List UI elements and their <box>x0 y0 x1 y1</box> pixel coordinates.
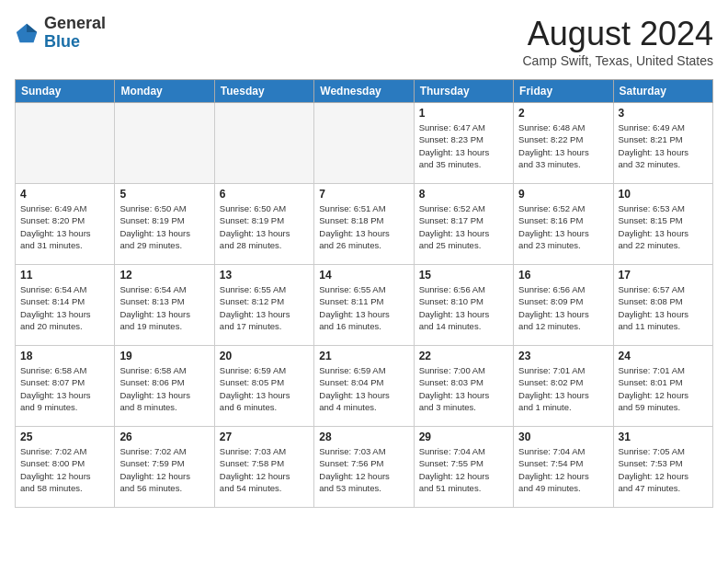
calendar-week-1: 1Sunrise: 6:47 AM Sunset: 8:23 PM Daylig… <box>16 103 713 184</box>
calendar-day: 7Sunrise: 6:51 AM Sunset: 8:18 PM Daylig… <box>314 184 414 265</box>
day-number: 31 <box>619 431 708 443</box>
day-info: Sunrise: 7:02 AM Sunset: 7:59 PM Dayligh… <box>119 445 209 494</box>
day-number: 7 <box>319 188 408 201</box>
logo-icon <box>15 20 40 46</box>
day-number: 12 <box>119 269 209 282</box>
day-info: Sunrise: 6:56 AM Sunset: 8:09 PM Dayligh… <box>518 283 608 332</box>
calendar-day: 19Sunrise: 6:58 AM Sunset: 8:06 PM Dayli… <box>115 346 214 427</box>
weekday-header-row: SundayMondayTuesdayWednesdayThursdayFrid… <box>16 80 713 103</box>
calendar-week-3: 11Sunrise: 6:54 AM Sunset: 8:14 PM Dayli… <box>16 265 713 346</box>
day-number: 6 <box>220 188 309 201</box>
calendar-day <box>115 103 214 184</box>
day-number: 21 <box>319 350 408 362</box>
calendar-day <box>16 103 115 184</box>
day-number: 25 <box>20 431 109 443</box>
weekday-header-wednesday: Wednesday <box>314 80 414 103</box>
day-number: 24 <box>619 350 708 362</box>
day-info: Sunrise: 6:54 AM Sunset: 8:14 PM Dayligh… <box>20 283 109 332</box>
day-info: Sunrise: 6:52 AM Sunset: 8:16 PM Dayligh… <box>518 202 608 251</box>
day-info: Sunrise: 6:55 AM Sunset: 8:12 PM Dayligh… <box>220 283 309 332</box>
day-number: 19 <box>119 350 209 362</box>
day-info: Sunrise: 6:57 AM Sunset: 8:08 PM Dayligh… <box>619 283 708 332</box>
calendar-day: 11Sunrise: 6:54 AM Sunset: 8:14 PM Dayli… <box>16 265 115 346</box>
day-info: Sunrise: 6:47 AM Sunset: 8:23 PM Dayligh… <box>419 121 508 170</box>
weekday-header-thursday: Thursday <box>414 80 513 103</box>
day-number: 8 <box>419 188 508 201</box>
day-info: Sunrise: 6:50 AM Sunset: 8:19 PM Dayligh… <box>119 202 209 251</box>
calendar-table: SundayMondayTuesdayWednesdayThursdayFrid… <box>15 79 713 508</box>
day-number: 18 <box>20 350 109 362</box>
day-number: 20 <box>220 350 309 362</box>
day-number: 28 <box>319 431 408 443</box>
calendar-day: 29Sunrise: 7:04 AM Sunset: 7:55 PM Dayli… <box>414 427 513 508</box>
day-number: 16 <box>518 269 608 282</box>
day-number: 11 <box>20 269 109 282</box>
calendar-day: 15Sunrise: 6:56 AM Sunset: 8:10 PM Dayli… <box>414 265 513 346</box>
day-number: 13 <box>220 269 309 282</box>
day-info: Sunrise: 7:03 AM Sunset: 7:56 PM Dayligh… <box>319 445 408 494</box>
day-info: Sunrise: 6:59 AM Sunset: 8:04 PM Dayligh… <box>319 364 408 413</box>
day-number: 29 <box>419 431 508 443</box>
day-info: Sunrise: 6:49 AM Sunset: 8:21 PM Dayligh… <box>619 121 708 170</box>
day-info: Sunrise: 6:56 AM Sunset: 8:10 PM Dayligh… <box>419 283 508 332</box>
calendar-day: 9Sunrise: 6:52 AM Sunset: 8:16 PM Daylig… <box>514 184 613 265</box>
calendar-day: 8Sunrise: 6:52 AM Sunset: 8:17 PM Daylig… <box>414 184 513 265</box>
day-info: Sunrise: 7:05 AM Sunset: 7:53 PM Dayligh… <box>619 445 708 494</box>
calendar-week-2: 4Sunrise: 6:49 AM Sunset: 8:20 PM Daylig… <box>16 184 713 265</box>
calendar-week-5: 25Sunrise: 7:02 AM Sunset: 8:00 PM Dayli… <box>16 427 713 508</box>
day-number: 1 <box>419 107 508 120</box>
day-number: 22 <box>419 350 508 362</box>
weekday-header-tuesday: Tuesday <box>214 80 313 103</box>
calendar-day: 28Sunrise: 7:03 AM Sunset: 7:56 PM Dayli… <box>314 427 414 508</box>
day-number: 26 <box>119 431 209 443</box>
day-info: Sunrise: 7:02 AM Sunset: 8:00 PM Dayligh… <box>20 445 109 494</box>
day-number: 15 <box>419 269 508 282</box>
calendar-day: 12Sunrise: 6:54 AM Sunset: 8:13 PM Dayli… <box>115 265 214 346</box>
day-number: 3 <box>619 107 708 120</box>
day-info: Sunrise: 6:53 AM Sunset: 8:15 PM Dayligh… <box>619 202 708 251</box>
day-info: Sunrise: 6:51 AM Sunset: 8:18 PM Dayligh… <box>319 202 408 251</box>
day-info: Sunrise: 6:54 AM Sunset: 8:13 PM Dayligh… <box>119 283 209 332</box>
calendar-day: 20Sunrise: 6:59 AM Sunset: 8:05 PM Dayli… <box>214 346 313 427</box>
calendar-day: 26Sunrise: 7:02 AM Sunset: 7:59 PM Dayli… <box>115 427 214 508</box>
calendar-day: 6Sunrise: 6:50 AM Sunset: 8:19 PM Daylig… <box>214 184 313 265</box>
day-number: 30 <box>518 431 608 443</box>
weekday-header-sunday: Sunday <box>16 80 115 103</box>
logo-general: General <box>44 14 106 32</box>
calendar-day: 18Sunrise: 6:58 AM Sunset: 8:07 PM Dayli… <box>16 346 115 427</box>
page-header: General Blue August 2024 Camp Swift, Tex… <box>15 15 713 68</box>
calendar-day: 14Sunrise: 6:55 AM Sunset: 8:11 PM Dayli… <box>314 265 414 346</box>
day-info: Sunrise: 6:52 AM Sunset: 8:17 PM Dayligh… <box>419 202 508 251</box>
day-number: 14 <box>319 269 408 282</box>
day-info: Sunrise: 7:04 AM Sunset: 7:55 PM Dayligh… <box>419 445 508 494</box>
calendar-day: 25Sunrise: 7:02 AM Sunset: 8:00 PM Dayli… <box>16 427 115 508</box>
day-info: Sunrise: 7:04 AM Sunset: 7:54 PM Dayligh… <box>518 445 608 494</box>
day-number: 2 <box>518 107 608 120</box>
calendar-day: 31Sunrise: 7:05 AM Sunset: 7:53 PM Dayli… <box>613 427 712 508</box>
calendar-day: 30Sunrise: 7:04 AM Sunset: 7:54 PM Dayli… <box>514 427 613 508</box>
calendar-day: 23Sunrise: 7:01 AM Sunset: 8:02 PM Dayli… <box>514 346 613 427</box>
svg-marker-1 <box>27 24 37 32</box>
month-title: August 2024 <box>523 15 714 53</box>
day-info: Sunrise: 6:48 AM Sunset: 8:22 PM Dayligh… <box>518 121 608 170</box>
day-info: Sunrise: 6:50 AM Sunset: 8:19 PM Dayligh… <box>220 202 309 251</box>
day-number: 17 <box>619 269 708 282</box>
calendar-day: 13Sunrise: 6:55 AM Sunset: 8:12 PM Dayli… <box>214 265 313 346</box>
day-info: Sunrise: 7:00 AM Sunset: 8:03 PM Dayligh… <box>419 364 508 413</box>
calendar-day: 24Sunrise: 7:01 AM Sunset: 8:01 PM Dayli… <box>613 346 712 427</box>
svg-marker-0 <box>17 24 37 43</box>
calendar-day: 17Sunrise: 6:57 AM Sunset: 8:08 PM Dayli… <box>613 265 712 346</box>
day-number: 23 <box>518 350 608 362</box>
logo: General Blue <box>15 15 106 52</box>
calendar-day: 4Sunrise: 6:49 AM Sunset: 8:20 PM Daylig… <box>16 184 115 265</box>
calendar-week-4: 18Sunrise: 6:58 AM Sunset: 8:07 PM Dayli… <box>16 346 713 427</box>
calendar-day <box>314 103 414 184</box>
calendar-day <box>214 103 313 184</box>
day-info: Sunrise: 6:58 AM Sunset: 8:07 PM Dayligh… <box>20 364 109 413</box>
day-info: Sunrise: 7:01 AM Sunset: 8:02 PM Dayligh… <box>518 364 608 413</box>
weekday-header-friday: Friday <box>514 80 613 103</box>
weekday-header-monday: Monday <box>115 80 214 103</box>
calendar-day: 16Sunrise: 6:56 AM Sunset: 8:09 PM Dayli… <box>514 265 613 346</box>
location: Camp Swift, Texas, United States <box>523 53 714 68</box>
day-number: 9 <box>518 188 608 201</box>
